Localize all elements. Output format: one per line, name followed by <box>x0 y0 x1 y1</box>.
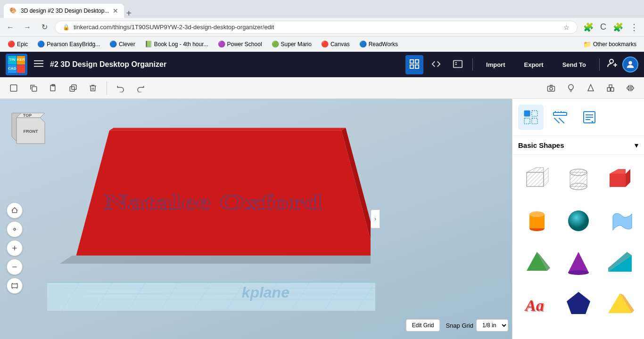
svg-rect-8 <box>455 62 457 63</box>
notes-panel-button[interactable] <box>577 105 602 130</box>
svg-rect-60 <box>524 111 530 116</box>
extension-icon[interactable]: 🧩 <box>611 20 625 34</box>
new-tab-button[interactable]: + <box>126 8 132 18</box>
snap-grid-label: Snap Grid <box>446 322 473 329</box>
mirror-button[interactable] <box>622 80 638 96</box>
shape-item-orange-cylinder[interactable] <box>518 202 556 240</box>
shape-item-purple-cone[interactable] <box>560 243 597 281</box>
3d-viewport[interactable]: TOP FRONT <box>0 99 512 339</box>
light-bulb-button[interactable] <box>563 80 579 96</box>
svg-point-86 <box>529 211 545 217</box>
paste-button[interactable] <box>45 80 61 96</box>
bookmark-label-clever: Clever <box>119 41 135 48</box>
more-options-icon[interactable]: ⋮ <box>628 20 640 34</box>
active-tab[interactable]: 🎨 3D design #2 3D Design Desktop... ✕ <box>4 4 124 18</box>
bookmark-canvas[interactable]: 🔴 Canvas <box>317 39 354 49</box>
svg-text:FRONT: FRONT <box>24 129 38 134</box>
import-button[interactable]: Import <box>479 57 512 72</box>
redo-button[interactable] <box>132 80 149 96</box>
user-area[interactable] <box>605 56 638 73</box>
svg-text:Natalee Oxford: Natalee Oxford <box>104 190 322 214</box>
svg-point-13 <box>628 61 632 65</box>
sim-button[interactable] <box>449 55 467 74</box>
code-view-button[interactable] <box>427 55 445 74</box>
perspective-button[interactable] <box>7 278 23 294</box>
focus-button[interactable] <box>7 221 23 237</box>
bookmark-label-canvas: Canvas <box>330 41 350 48</box>
svg-point-21 <box>550 87 553 90</box>
user-avatar[interactable] <box>622 56 638 73</box>
bookmark-icon-readworks: 🔵 <box>359 40 367 48</box>
shape-item-teal-sphere[interactable] <box>560 202 597 240</box>
edit-grid-button[interactable]: Edit Grid <box>406 319 440 331</box>
shape-button[interactable] <box>583 80 599 96</box>
bookmark-powerschool[interactable]: 🟣 Power School <box>214 39 266 49</box>
panel-collapse-arrow[interactable]: › <box>371 210 380 228</box>
delete-button[interactable] <box>85 80 101 96</box>
svg-rect-6 <box>415 65 419 68</box>
bookmark-icon-clever: 🔵 <box>109 40 117 48</box>
new-shape-button[interactable] <box>6 80 22 96</box>
shape-item-cylinder-stripes[interactable] <box>560 161 597 198</box>
svg-rect-61 <box>532 111 537 116</box>
shape-item-teal-wedge[interactable] <box>601 243 639 281</box>
svg-marker-82 <box>610 169 626 174</box>
shapes-panel-button[interactable] <box>518 105 544 130</box>
svg-rect-63 <box>532 118 537 124</box>
bookmark-star-icon[interactable]: ☆ <box>563 24 570 31</box>
group-button[interactable] <box>603 80 619 96</box>
home-view-button[interactable] <box>7 202 23 218</box>
shape-item-red-cube[interactable] <box>601 161 639 198</box>
rulers-panel-button[interactable] <box>547 105 573 130</box>
back-button[interactable]: ← <box>4 21 17 34</box>
duplicate-button[interactable] <box>65 80 81 96</box>
bookmark-readworks[interactable]: 🔵 ReadWorks <box>355 39 402 49</box>
view-cube-container[interactable]: TOP FRONT <box>7 108 50 152</box>
export-button[interactable]: Export <box>517 57 551 72</box>
shape-item-blue-pentagon[interactable] <box>560 285 597 323</box>
bookmark-icon-booklog: 📗 <box>145 40 152 48</box>
svg-text:TOP: TOP <box>23 113 32 118</box>
bookmarks-bar: 🔴 Epic 🔵 Pearson EasyBridg... 🔵 Clever 📗… <box>0 37 644 52</box>
other-bookmarks-label: Other bookmarks <box>593 41 636 48</box>
forward-button[interactable]: → <box>21 21 34 34</box>
shape-item-box-stripes[interactable] <box>518 161 556 198</box>
shape-category-label: Basic Shapes <box>518 141 635 149</box>
copy-button[interactable] <box>25 80 41 96</box>
shape-item-green-pyramid[interactable] <box>518 243 556 281</box>
zoom-out-button[interactable] <box>7 259 23 275</box>
refresh-button[interactable]: ↻ <box>38 21 51 34</box>
view-controls <box>7 202 23 294</box>
bookmark-icon-pearson: 🔵 <box>37 40 45 48</box>
undo-button[interactable] <box>113 80 129 96</box>
tab-close-button[interactable]: ✕ <box>113 7 118 15</box>
account-icon[interactable]: C <box>598 20 608 34</box>
other-bookmarks[interactable]: 📁 Other bookmarks <box>579 39 640 49</box>
svg-rect-18 <box>70 87 74 91</box>
grid-view-button[interactable] <box>405 55 423 74</box>
add-person-icon[interactable] <box>605 57 619 72</box>
bookmark-booklog[interactable]: 📗 Book Log - 4th hour... <box>141 39 212 49</box>
bookmark-label-powerschool: Power School <box>227 41 262 48</box>
zoom-in-button[interactable] <box>7 240 23 256</box>
address-bar[interactable]: 🔒 tinkercad.com/things/1T90SUWP9YW-2-3d-… <box>55 21 578 34</box>
shape-item-blue-wiggly[interactable] <box>601 202 639 240</box>
menu-button[interactable] <box>32 57 45 73</box>
bookmark-supermario[interactable]: 🟢 Super Mario <box>268 39 315 49</box>
camera-button[interactable] <box>543 80 559 96</box>
shape-item-yellow-pyramid[interactable] <box>601 285 639 323</box>
right-toolbar <box>543 80 638 96</box>
bookmark-epic[interactable]: 🔴 Epic <box>4 39 32 49</box>
header-divider-2 <box>599 58 600 71</box>
bookmark-clever[interactable]: 🔵 Clever <box>106 39 139 49</box>
svg-marker-27 <box>627 85 629 90</box>
tinkercad-logo[interactable]: TIN KER CAD <box>6 54 27 75</box>
extension-puzzle-icon[interactable]: 🧩 <box>581 20 595 34</box>
shape-item-text-red[interactable]: Aa Aa <box>518 285 556 323</box>
svg-rect-38 <box>12 284 17 288</box>
snap-grid-select[interactable]: 1/8 in 1/4 in 1/2 in 1 in <box>476 319 508 331</box>
lock-icon: 🔒 <box>63 24 70 31</box>
send-to-button[interactable]: Send To <box>555 57 594 72</box>
category-dropdown-button[interactable]: ▾ <box>635 141 638 150</box>
bookmark-pearson[interactable]: 🔵 Pearson EasyBridg... <box>33 39 104 49</box>
